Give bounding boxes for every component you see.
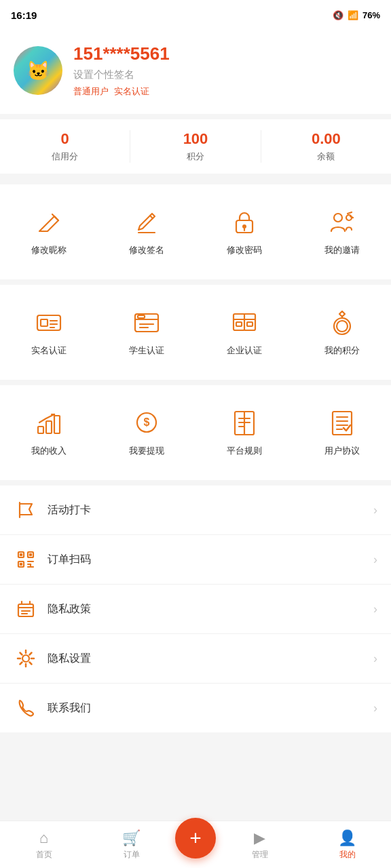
grid-item-student[interactable]: 学生认证 bbox=[98, 298, 196, 366]
bottom-nav: ⌂ 首页 🛒 订单 + ▶ 管理 👤 我的 bbox=[0, 821, 391, 868]
list-arrow-privacy-settings: › bbox=[373, 652, 377, 666]
nav-item-order[interactable]: 🛒 订单 bbox=[88, 824, 175, 866]
svg-rect-45 bbox=[20, 553, 22, 556]
battery-text: 76% bbox=[362, 10, 380, 20]
grid-section-3: 我的收入 $ 我要提现 平台规则 bbox=[0, 385, 391, 480]
svg-rect-21 bbox=[236, 322, 242, 326]
agreement-icon bbox=[325, 406, 359, 439]
svg-rect-13 bbox=[135, 314, 158, 332]
list-label-contact: 联系我们 bbox=[48, 701, 373, 715]
stat-balance-label: 余额 bbox=[317, 151, 335, 163]
grid-item-rules[interactable]: 平台规则 bbox=[196, 399, 293, 467]
svg-rect-26 bbox=[38, 427, 43, 433]
list-label-privacy-policy: 隐私政策 bbox=[48, 602, 373, 616]
stat-balance-value: 0.00 bbox=[312, 130, 341, 148]
svg-rect-47 bbox=[20, 563, 22, 566]
nav-item-home[interactable]: ⌂ 首页 bbox=[0, 824, 88, 866]
list-arrow-contact: › bbox=[373, 701, 377, 715]
nav-label-home: 首页 bbox=[36, 849, 52, 861]
grid-item-withdraw[interactable]: $ 我要提现 bbox=[98, 399, 196, 467]
icon-grid-2: 实名认证 学生认证 bbox=[0, 298, 391, 366]
grid-item-real-name[interactable]: 实名认证 bbox=[0, 298, 98, 366]
grid-label-student: 学生认证 bbox=[129, 344, 164, 357]
stat-points-label: 积分 bbox=[187, 151, 204, 163]
grid-item-edit-signature[interactable]: 修改签名 bbox=[98, 198, 196, 266]
grid-label-withdraw: 我要提现 bbox=[129, 445, 164, 457]
grid-label-enterprise: 企业认证 bbox=[227, 344, 262, 357]
svg-point-4 bbox=[334, 214, 342, 222]
stat-credit-value: 0 bbox=[61, 130, 69, 148]
invite-icon bbox=[325, 205, 359, 239]
grid-label-my-points: 我的积分 bbox=[324, 344, 360, 357]
stat-balance[interactable]: 0.00 余额 bbox=[261, 130, 391, 163]
list-arrow-activity: › bbox=[373, 503, 377, 517]
svg-point-24 bbox=[337, 321, 348, 332]
list-item-activity[interactable]: 活动打卡 › bbox=[0, 486, 391, 535]
profile-tags: 普通用户 实名认证 bbox=[73, 85, 377, 98]
stat-points[interactable]: 100 积分 bbox=[130, 130, 260, 163]
phone-icon bbox=[14, 696, 38, 720]
list-item-privacy-settings[interactable]: 隐私设置 › bbox=[0, 634, 391, 684]
grid-section-1: 修改昵称 修改签名 修改密码 bbox=[0, 184, 391, 279]
list-arrow-privacy-policy: › bbox=[373, 602, 377, 616]
cart-icon: 🛒 bbox=[122, 829, 141, 847]
grid-item-agreement[interactable]: 用户协议 bbox=[293, 399, 391, 467]
profile-tag-normal: 普通用户 bbox=[73, 85, 109, 98]
grid-item-enterprise[interactable]: 企业认证 bbox=[196, 298, 293, 366]
withdraw-icon: $ bbox=[130, 406, 164, 439]
list-item-privacy-policy[interactable]: 隐私政策 › bbox=[0, 585, 391, 634]
grid-label-edit-nickname: 修改昵称 bbox=[31, 244, 67, 256]
rules-icon bbox=[227, 406, 261, 439]
income-icon bbox=[32, 406, 66, 439]
wifi-icon: 📶 bbox=[348, 10, 358, 20]
icon-grid-1: 修改昵称 修改签名 修改密码 bbox=[0, 198, 391, 266]
profile-section: 🐱 151****5561 设置个性签名 普通用户 实名认证 bbox=[0, 30, 391, 119]
manage-icon: ▶ bbox=[254, 829, 265, 847]
profile-tag-verified: 实名认证 bbox=[114, 85, 149, 98]
grid-item-edit-nickname[interactable]: 修改昵称 bbox=[0, 198, 98, 266]
list-item-contact[interactable]: 联系我们 › bbox=[0, 684, 391, 732]
status-icons: 🔇 📶 76% bbox=[333, 10, 380, 20]
stat-points-value: 100 bbox=[183, 130, 208, 148]
scan-icon bbox=[14, 547, 38, 572]
stats-section: 0 信用分 100 积分 0.00 余额 bbox=[0, 119, 391, 179]
edit-pen-icon bbox=[32, 205, 66, 239]
list-label-scan: 订单扫码 bbox=[48, 553, 373, 567]
nav-item-manage[interactable]: ▶ 管理 bbox=[216, 824, 303, 866]
edit-line-icon bbox=[130, 205, 164, 239]
settings-icon bbox=[14, 646, 38, 671]
nav-label-order: 订单 bbox=[124, 849, 140, 861]
svg-rect-17 bbox=[138, 315, 145, 318]
grid-label-change-password: 修改密码 bbox=[227, 244, 262, 256]
grid-label-income: 我的收入 bbox=[31, 445, 67, 457]
grid-item-income[interactable]: 我的收入 bbox=[0, 399, 98, 467]
svg-line-7 bbox=[350, 216, 353, 218]
grid-label-agreement: 用户协议 bbox=[324, 445, 360, 457]
svg-rect-46 bbox=[29, 553, 32, 556]
list-item-scan[interactable]: 订单扫码 › bbox=[0, 535, 391, 585]
nav-label-mine: 我的 bbox=[339, 849, 356, 861]
svg-rect-27 bbox=[46, 421, 52, 433]
profile-signature[interactable]: 设置个性签名 bbox=[73, 68, 377, 81]
grid-item-change-password[interactable]: 修改密码 bbox=[196, 198, 293, 266]
lock-icon bbox=[227, 205, 261, 239]
grid-section-2: 实名认证 学生认证 bbox=[0, 285, 391, 380]
svg-rect-22 bbox=[247, 322, 253, 326]
profile-info: 151****5561 设置个性签名 普通用户 实名认证 bbox=[73, 43, 377, 98]
student-card-icon bbox=[130, 305, 164, 339]
svg-line-6 bbox=[348, 212, 352, 214]
svg-rect-36 bbox=[333, 412, 352, 435]
flag-icon bbox=[14, 498, 38, 522]
list-arrow-scan: › bbox=[373, 553, 377, 567]
avatar[interactable]: 🐱 bbox=[14, 46, 62, 95]
grid-item-my-points[interactable]: 我的积分 bbox=[293, 298, 391, 366]
svg-rect-28 bbox=[54, 416, 60, 433]
svg-text:$: $ bbox=[144, 416, 150, 428]
fab-add-button[interactable]: + bbox=[175, 818, 216, 859]
nav-item-mine[interactable]: 👤 我的 bbox=[303, 824, 391, 866]
stat-credit[interactable]: 0 信用分 bbox=[0, 130, 130, 163]
icon-grid-3: 我的收入 $ 我要提现 平台规则 bbox=[0, 399, 391, 467]
grid-item-my-invite[interactable]: 我的邀请 bbox=[293, 198, 391, 266]
id-card-icon bbox=[32, 305, 66, 339]
list-label-activity: 活动打卡 bbox=[48, 503, 373, 517]
